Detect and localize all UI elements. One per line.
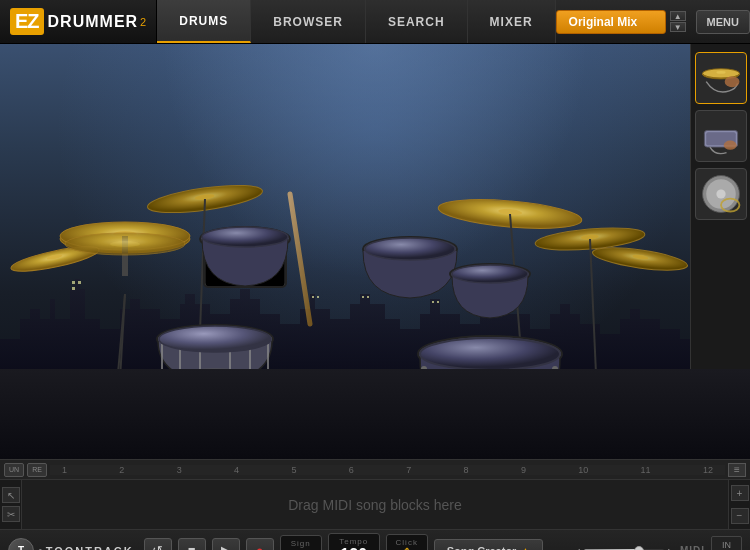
toontrack-logo: T ●TOONTRACK bbox=[8, 538, 134, 551]
song-timeline: UN RE 1 2 3 4 5 6 7 8 9 10 11 12 ≡ ↖ ✂ bbox=[0, 459, 750, 529]
preset-arrows: ▲ ▼ bbox=[670, 11, 686, 32]
ruler-12: 12 bbox=[703, 465, 713, 475]
song-creator-label: Song Creator bbox=[447, 545, 517, 551]
timeline-menu-button[interactable]: ≡ bbox=[728, 463, 746, 477]
tempo-display[interactable]: Tempo 120 bbox=[328, 533, 380, 550]
undo-button[interactable]: UN bbox=[4, 463, 24, 477]
time-signature-display: Sign 4/4 bbox=[280, 535, 322, 550]
tab-mixer[interactable]: MIXER bbox=[468, 0, 556, 43]
song-creator-button[interactable]: Song Creator ▲ bbox=[434, 539, 544, 551]
bottom-controls: T ●TOONTRACK ↺ ■ ▶ ● Sign 4/4 Tempo 120 … bbox=[0, 529, 750, 550]
ruler-5: 5 bbox=[291, 465, 296, 475]
menu-button[interactable]: MENU bbox=[696, 10, 750, 34]
timeline-content: ↖ ✂ Drag MIDI song blocks here + − bbox=[0, 480, 750, 529]
record-button[interactable]: ● bbox=[246, 538, 274, 551]
ruler-4: 4 bbox=[234, 465, 239, 475]
timeline-scroll-buttons: + − bbox=[728, 480, 750, 529]
ruler-7: 7 bbox=[406, 465, 411, 475]
midi-label: MIDI bbox=[680, 545, 705, 550]
click-display[interactable]: Click 🔔 bbox=[386, 534, 428, 550]
side-instrument-3[interactable] bbox=[695, 168, 747, 220]
toontrack-icon: T bbox=[8, 538, 34, 551]
ruler-2: 2 bbox=[119, 465, 124, 475]
scroll-down-button[interactable]: − bbox=[731, 508, 749, 524]
svg-point-78 bbox=[716, 71, 725, 74]
ruler-10: 10 bbox=[578, 465, 588, 475]
top-nav: EZ DRUMMER 2 DRUMS BroWSER SeaRCH MIXER … bbox=[0, 0, 750, 44]
preset-down-arrow[interactable]: ▼ bbox=[670, 22, 686, 32]
svg-line-75 bbox=[290, 194, 310, 324]
midi-in-out-button[interactable]: INOUT bbox=[711, 536, 742, 550]
play-button[interactable]: ▶ bbox=[212, 538, 240, 551]
rewind-button[interactable]: ↺ bbox=[144, 538, 172, 551]
preset-dropdown[interactable]: Original Mix bbox=[556, 10, 666, 34]
midi-drop-zone[interactable]: Drag MIDI song blocks here bbox=[22, 480, 728, 529]
drummer-logo: DRUMMER bbox=[48, 13, 139, 31]
svg-point-33 bbox=[202, 227, 288, 247]
song-creator-arrow-icon: ▲ bbox=[520, 545, 530, 550]
volume-thumb[interactable] bbox=[634, 546, 644, 551]
ruler-3: 3 bbox=[177, 465, 182, 475]
svg-point-85 bbox=[716, 189, 725, 198]
svg-point-35 bbox=[365, 238, 455, 260]
timeline-tools: ↖ ✂ bbox=[0, 480, 22, 529]
ruler-6: 6 bbox=[349, 465, 354, 475]
click-label: Click bbox=[396, 538, 418, 547]
tempo-value: 120 bbox=[340, 546, 367, 550]
timeline-ruler: 1 2 3 4 5 6 7 8 9 10 11 12 bbox=[50, 465, 725, 475]
nav-tabs: DRUMS BroWSER SeaRCH MIXER bbox=[157, 0, 555, 43]
svg-point-45 bbox=[159, 326, 271, 352]
timeline-header: UN RE 1 2 3 4 5 6 7 8 9 10 11 12 ≡ bbox=[0, 460, 750, 480]
svg-point-37 bbox=[452, 265, 528, 283]
tab-browser[interactable]: BroWSER bbox=[251, 0, 366, 43]
volume-low-icon: ◂ bbox=[574, 544, 580, 551]
preset-area: Original Mix ▲ ▼ MENU bbox=[556, 10, 750, 34]
stop-button[interactable]: ■ bbox=[178, 538, 206, 551]
tab-search[interactable]: SeaRCH bbox=[366, 0, 468, 43]
volume-area: ◂ ▸ bbox=[574, 544, 674, 551]
ruler-1: 1 bbox=[62, 465, 67, 475]
ruler-numbers: 1 2 3 4 5 6 7 8 9 10 11 12 bbox=[52, 465, 723, 475]
preset-up-arrow[interactable]: ▲ bbox=[670, 11, 686, 21]
drum-area bbox=[0, 44, 750, 459]
redo-button[interactable]: RE bbox=[27, 463, 47, 477]
svg-point-79 bbox=[724, 76, 739, 87]
tempo-label: Tempo bbox=[339, 537, 368, 546]
toontrack-label: ●TOONTRACK bbox=[37, 545, 134, 551]
ez-logo: EZ bbox=[10, 8, 44, 35]
side-instrument-1[interactable] bbox=[695, 52, 747, 104]
side-instrument-2[interactable] bbox=[695, 110, 747, 162]
ruler-8: 8 bbox=[464, 465, 469, 475]
drop-zone-text: Drag MIDI song blocks here bbox=[288, 497, 462, 513]
drum-floor bbox=[0, 369, 750, 459]
svg-point-65 bbox=[420, 338, 560, 370]
svg-point-82 bbox=[723, 141, 736, 150]
svg-point-73 bbox=[110, 241, 140, 247]
ruler-9: 9 bbox=[521, 465, 526, 475]
select-tool[interactable]: ↖ bbox=[2, 487, 20, 503]
cut-tool[interactable]: ✂ bbox=[2, 506, 20, 522]
volume-high-icon: ▸ bbox=[668, 544, 674, 551]
tab-drums[interactable]: DRUMS bbox=[157, 0, 251, 43]
version-label: 2 bbox=[140, 16, 146, 28]
logo-area: EZ DRUMMER 2 bbox=[0, 0, 157, 43]
scroll-up-button[interactable]: + bbox=[731, 485, 749, 501]
ruler-11: 11 bbox=[641, 465, 651, 475]
